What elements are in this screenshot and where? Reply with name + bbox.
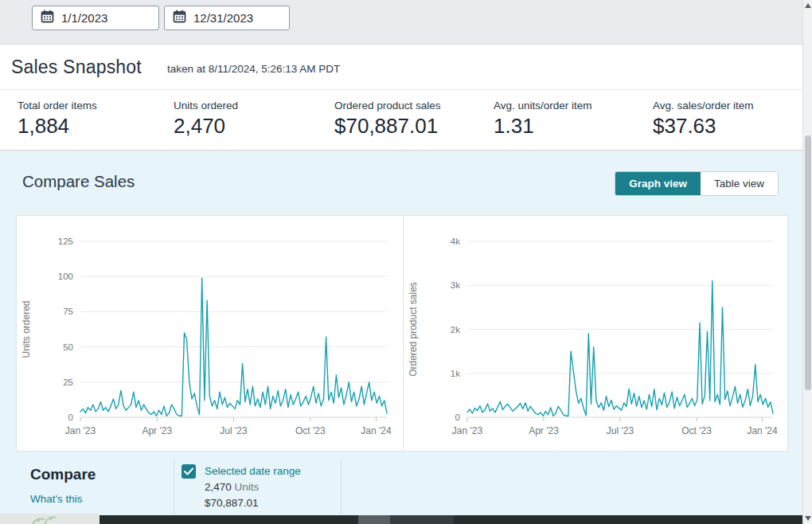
compare-legend-row: Compare What's this Selected date range … bbox=[0, 459, 802, 516]
compare-sales-section: Compare Sales Graph view Table view 0255… bbox=[0, 151, 802, 524]
units-ordered-chart: 0255075100125Jan '23Apr '23Jul '23Oct '2… bbox=[17, 216, 403, 451]
table-view-button[interactable]: Table view bbox=[701, 172, 778, 195]
svg-text:3k: 3k bbox=[451, 280, 460, 290]
svg-text:1k: 1k bbox=[451, 369, 460, 378]
metric-avg-units-per-order: Avg. units/order item 1.31 bbox=[494, 100, 653, 139]
view-toggle: Graph view Table view bbox=[615, 171, 779, 196]
divider bbox=[341, 459, 342, 516]
scrollbar[interactable] bbox=[802, 0, 812, 524]
compare-sales-title: Compare Sales bbox=[22, 172, 135, 191]
svg-text:0: 0 bbox=[68, 413, 73, 422]
svg-text:Oct '23: Oct '23 bbox=[681, 425, 712, 436]
taskbar-window-segment[interactable] bbox=[358, 515, 390, 524]
svg-text:4k: 4k bbox=[451, 237, 460, 246]
metrics-row: Total order items 1,884 Units ordered 2,… bbox=[0, 90, 802, 139]
svg-text:75: 75 bbox=[63, 307, 73, 316]
legend-units-line: 2,470 Units bbox=[205, 481, 259, 493]
snapshot-timestamp: taken at 8/11/2024, 5:26:13 AM PDT bbox=[167, 63, 340, 75]
check-icon bbox=[184, 464, 193, 479]
calendar-icon bbox=[41, 10, 54, 26]
sales-snapshot-header: Sales Snapshot taken at 8/11/2024, 5:26:… bbox=[0, 45, 802, 90]
scroll-down-arrow-icon[interactable] bbox=[805, 516, 811, 521]
metric-label: Total order items bbox=[18, 100, 174, 111]
page-title: Sales Snapshot bbox=[11, 57, 142, 78]
svg-text:Jan '23: Jan '23 bbox=[452, 425, 483, 436]
metric-value: 1,884 bbox=[18, 114, 174, 139]
start-date-input[interactable] bbox=[61, 11, 150, 25]
metric-value: $70,887.01 bbox=[334, 114, 494, 139]
svg-text:Apr '23: Apr '23 bbox=[529, 425, 559, 436]
svg-text:100: 100 bbox=[58, 272, 73, 281]
taskbar[interactable] bbox=[100, 515, 802, 524]
sales-dashboard: Sales Snapshot taken at 8/11/2024, 5:26:… bbox=[0, 0, 812, 524]
scroll-up-arrow-icon[interactable] bbox=[805, 3, 811, 8]
svg-text:Jul '23: Jul '23 bbox=[607, 425, 634, 436]
legend-units-value: 2,470 bbox=[205, 481, 232, 493]
metric-label: Ordered product sales bbox=[334, 100, 494, 111]
calendar-icon bbox=[173, 10, 186, 26]
svg-text:Ordered product sales: Ordered product sales bbox=[408, 282, 419, 377]
desktop-wallpaper-sliver bbox=[0, 514, 100, 524]
metric-ordered-product-sales: Ordered product sales $70,887.01 bbox=[334, 100, 494, 139]
legend-series-label: Selected date range bbox=[205, 465, 301, 477]
svg-text:25: 25 bbox=[63, 377, 73, 387]
svg-text:Oct '23: Oct '23 bbox=[295, 425, 326, 436]
svg-text:Apr '23: Apr '23 bbox=[142, 425, 172, 436]
ordered-product-sales-chart-svg: 01k2k3k4kJan '23Apr '23Jul '23Oct '23Jan… bbox=[404, 216, 789, 451]
metric-units-ordered: Units ordered 2,470 bbox=[174, 100, 334, 139]
end-date-input[interactable] bbox=[193, 11, 281, 25]
metric-label: Units ordered bbox=[174, 100, 334, 111]
svg-text:Jan '23: Jan '23 bbox=[65, 425, 96, 436]
whats-this-link[interactable]: What's this bbox=[30, 493, 83, 505]
legend-sales-value: $70,887.01 bbox=[205, 497, 259, 509]
selected-date-range-checkbox[interactable] bbox=[182, 464, 196, 479]
metric-value: 1.31 bbox=[494, 114, 653, 139]
charts-panel: 0255075100125Jan '23Apr '23Jul '23Oct '2… bbox=[16, 215, 788, 452]
graph-view-button[interactable]: Graph view bbox=[615, 172, 701, 195]
scrollbar-thumb[interactable] bbox=[805, 135, 811, 390]
plant-graphic bbox=[0, 514, 100, 524]
svg-text:2k: 2k bbox=[451, 325, 460, 334]
taskbar-window-segment[interactable] bbox=[390, 515, 454, 524]
svg-text:Units ordered: Units ordered bbox=[21, 300, 32, 358]
sales-snapshot-section: Sales Snapshot taken at 8/11/2024, 5:26:… bbox=[0, 44, 802, 151]
end-date-field[interactable] bbox=[164, 6, 290, 30]
svg-text:50: 50 bbox=[63, 342, 73, 352]
metric-total-order-items: Total order items 1,884 bbox=[18, 100, 174, 139]
svg-text:Jan '24: Jan '24 bbox=[747, 425, 778, 436]
svg-text:0: 0 bbox=[455, 413, 460, 422]
legend-units-suffix: Units bbox=[235, 481, 260, 493]
metric-value: 2,470 bbox=[174, 114, 334, 139]
metric-label: Avg. units/order item bbox=[494, 100, 653, 111]
metric-avg-sales-per-order: Avg. sales/order item $37.63 bbox=[653, 100, 754, 139]
divider bbox=[174, 459, 174, 516]
date-range-toolbar bbox=[0, 0, 802, 44]
units-ordered-chart-svg: 0255075100125Jan '23Apr '23Jul '23Oct '2… bbox=[17, 216, 403, 451]
compare-title: Compare bbox=[30, 466, 96, 483]
svg-text:Jan '24: Jan '24 bbox=[361, 425, 392, 436]
metric-label: Avg. sales/order item bbox=[653, 100, 754, 111]
ordered-product-sales-chart: 01k2k3k4kJan '23Apr '23Jul '23Oct '23Jan… bbox=[403, 216, 789, 451]
metric-value: $37.63 bbox=[653, 114, 754, 139]
start-date-field[interactable] bbox=[32, 6, 159, 30]
svg-text:Jul '23: Jul '23 bbox=[220, 425, 248, 436]
svg-text:125: 125 bbox=[58, 237, 73, 246]
